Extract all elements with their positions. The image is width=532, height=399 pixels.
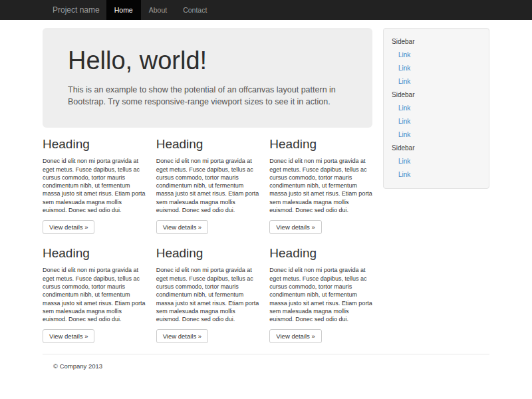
card-heading: Heading <box>269 246 372 261</box>
nav-item-about[interactable]: About <box>141 0 175 20</box>
nav-item-home[interactable]: Home <box>106 0 141 20</box>
card-body-text: Donec id elit non mi porta gravida at eg… <box>156 157 259 214</box>
card-heading: Heading <box>43 137 146 152</box>
sidebar-group-header: Sidebar <box>384 142 489 155</box>
navbar-brand[interactable]: Project name <box>43 0 106 20</box>
jumbotron: Hello, world! This is an example to show… <box>43 28 372 128</box>
card-heading: Heading <box>269 137 372 152</box>
sidebar-nav-list: Sidebar Link Link Link Sidebar Link Link… <box>384 35 489 182</box>
sidebar-link[interactable]: Link <box>384 49 489 62</box>
content-card-6: Heading Donec id elit non mi porta gravi… <box>269 246 372 343</box>
jumbotron-title: Hello, world! <box>68 47 347 75</box>
sidebar-link[interactable]: Link <box>384 75 489 88</box>
card-heading: Heading <box>156 246 259 261</box>
view-details-button[interactable]: View details » <box>156 220 208 234</box>
jumbotron-description: This is an example to show the potential… <box>68 84 347 108</box>
page-container: Hello, world! This is an example to show… <box>43 28 489 370</box>
sidebar-link[interactable]: Link <box>384 102 489 115</box>
view-details-button[interactable]: View details » <box>43 220 94 234</box>
copyright-text: © Company 2013 <box>43 362 489 370</box>
content-card-5: Heading Donec id elit non mi porta gravi… <box>156 246 259 343</box>
sidebar-link[interactable]: Link <box>384 168 489 182</box>
card-body-text: Donec id elit non mi porta gravida at eg… <box>43 157 146 214</box>
card-body-text: Donec id elit non mi porta gravida at eg… <box>43 266 146 323</box>
view-details-button[interactable]: View details » <box>156 329 208 343</box>
nav-item-contact[interactable]: Contact <box>175 0 215 20</box>
content-card-2: Heading Donec id elit non mi porta gravi… <box>156 137 259 234</box>
content-card-4: Heading Donec id elit non mi porta gravi… <box>43 246 146 343</box>
main-row: Hello, world! This is an example to show… <box>43 28 489 343</box>
card-heading: Heading <box>156 137 259 152</box>
page-footer: © Company 2013 <box>43 354 489 370</box>
sidebar-group-header: Sidebar <box>384 88 489 102</box>
content-card-3: Heading Donec id elit non mi porta gravi… <box>269 137 372 234</box>
footer-divider <box>43 354 489 354</box>
cards-grid: Heading Donec id elit non mi porta gravi… <box>43 137 372 343</box>
card-body-text: Donec id elit non mi porta gravida at eg… <box>269 157 372 214</box>
content-card-1: Heading Donec id elit non mi porta gravi… <box>43 137 146 234</box>
view-details-button[interactable]: View details » <box>269 329 321 343</box>
sidebar-group-header: Sidebar <box>384 35 489 49</box>
card-body-text: Donec id elit non mi porta gravida at eg… <box>156 266 259 323</box>
sidebar-link[interactable]: Link <box>384 155 489 168</box>
navbar-menu: Home About Contact <box>106 0 215 20</box>
view-details-button[interactable]: View details » <box>269 220 321 234</box>
main-column: Hello, world! This is an example to show… <box>43 28 372 343</box>
card-heading: Heading <box>43 246 146 261</box>
sidebar: Sidebar Link Link Link Sidebar Link Link… <box>383 28 489 189</box>
sidebar-link[interactable]: Link <box>384 62 489 75</box>
view-details-button[interactable]: View details » <box>43 329 94 343</box>
sidebar-link[interactable]: Link <box>384 115 489 128</box>
sidebar-link[interactable]: Link <box>384 128 489 142</box>
top-navbar: Project name Home About Contact <box>0 0 532 20</box>
card-body-text: Donec id elit non mi porta gravida at eg… <box>269 266 372 323</box>
